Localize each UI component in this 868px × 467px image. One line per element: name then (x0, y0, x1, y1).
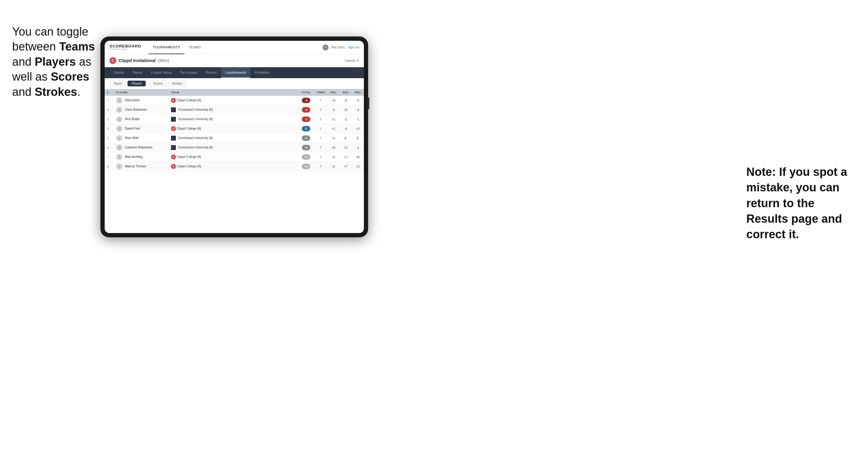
team-logo-c: C (171, 98, 176, 103)
col-rd1: RD1 (328, 89, 340, 96)
player-avatar (116, 107, 122, 113)
tab-teams[interactable]: Teams (128, 67, 147, 78)
svg-point-2 (119, 108, 120, 110)
logo-subtitle: Powered by clippd (110, 48, 141, 51)
players-bold: Players (35, 55, 76, 68)
team-name: Clippd College [A] (177, 155, 201, 158)
cell-rd1: +2 (328, 152, 340, 162)
score-badge: +1 (302, 135, 310, 141)
cell-player: Chris Robertson (114, 105, 168, 115)
player-name: Chris Robertson (125, 108, 147, 111)
player-avatar (116, 154, 122, 160)
col-player: PLAYER (114, 89, 168, 96)
player-name: David Ford (125, 127, 140, 130)
sign-out-link[interactable]: Sign out (348, 45, 359, 49)
cell-player: David Ford (114, 124, 168, 133)
tab-details[interactable]: Details (110, 67, 128, 78)
svg-point-4 (119, 127, 120, 129)
cell-rd2: -6 (340, 96, 352, 105)
nav-tournaments[interactable]: TOURNAMENTS (149, 41, 184, 54)
left-annotation: You can toggle between Teams and Players… (12, 24, 97, 99)
cell-rd3: -1 (352, 143, 364, 152)
score-badge: +8 (302, 154, 310, 160)
cell-thru: F (315, 115, 328, 124)
leaderboard-table-container: # PLAYER TEAM TOTAL THRU RD1 RD2 RD3 1 E (105, 89, 364, 233)
player-name: Rees Britt (125, 136, 138, 139)
player-avatar (116, 145, 122, 151)
player-avatar (116, 116, 122, 122)
score-badge: -4 (302, 107, 310, 113)
cell-team: Scoreboard University [A] (168, 143, 298, 152)
scores-bold: Scores (51, 70, 89, 83)
app-logo: SCOREBOARD (110, 44, 141, 48)
cell-rank: 4 (105, 124, 114, 133)
tournament-logo: C (110, 57, 116, 64)
team-logo-c: C (171, 155, 176, 159)
team-name: Clippd College [A] (177, 99, 201, 102)
svg-point-7 (119, 155, 120, 157)
cell-player: Cameron Robertson (114, 143, 168, 152)
player-name: Rich Butler (125, 118, 140, 121)
toggle-players-button[interactable]: Players (127, 81, 146, 86)
team-logo-sb (171, 136, 176, 141)
player-avatar (116, 135, 122, 141)
cell-rd3: -1 (352, 115, 364, 124)
toggle-strokes-button[interactable]: Strokes (168, 81, 186, 86)
tab-tee-groups[interactable]: Tee Groups (176, 67, 202, 78)
close-icon: ✕ (356, 59, 359, 63)
cell-rd1: +3 (328, 96, 340, 105)
nav-teams[interactable]: TEAMS (184, 41, 205, 54)
tablet-device: SCOREBOARD Powered by clippd TOURNAMENTS… (100, 36, 368, 237)
table-row: 1 Elliot Ebert C Clippd College [A] -8 F… (105, 96, 364, 105)
cell-rd1: +2 (328, 162, 340, 171)
svg-point-6 (119, 146, 120, 148)
tab-results[interactable]: Results (202, 67, 221, 78)
cell-total: -8 (298, 96, 315, 105)
tournament-title-area: C Clippd Invitational (Men) (110, 57, 169, 64)
cell-player: Blair McHarg (114, 152, 168, 162)
cell-player: Rich Butler (114, 115, 168, 124)
cell-rd2: -4 (340, 124, 352, 133)
cell-rd3: -4 (352, 105, 364, 115)
tournament-header: C Clippd Invitational (Men) Cancel ✕ (105, 54, 364, 67)
tournament-gender: (Men) (158, 58, 169, 63)
table-row: 2 Chris Robertson Scoreboard University … (105, 105, 364, 115)
top-navigation: SCOREBOARD Powered by clippd TOURNAMENTS… (105, 41, 364, 54)
cell-thru: F (315, 124, 328, 133)
col-team: TEAM (168, 89, 298, 96)
cell-rd1: +1 (328, 133, 340, 143)
toggle-scores-button[interactable]: Scores (149, 81, 167, 86)
player-avatar (116, 97, 122, 103)
cell-rd1: +1 (328, 115, 340, 124)
col-total: TOTAL (298, 89, 315, 96)
cell-rd3: -5 (352, 96, 364, 105)
cell-thru: F (315, 152, 328, 162)
score-badge: +11 (302, 164, 310, 169)
col-rd3: RD3 (352, 89, 364, 96)
cancel-button[interactable]: Cancel ✕ (345, 59, 359, 63)
svg-point-5 (119, 136, 120, 138)
cell-team: C Clippd College [A] (168, 96, 298, 105)
table-row: 5 Rees Britt Scoreboard University [A] +… (105, 133, 364, 143)
team-name: Scoreboard University [A] (178, 146, 213, 149)
cell-total: +11 (298, 162, 315, 171)
cell-team: C Clippd College [A] (168, 162, 298, 171)
tab-leaderboards[interactable]: Leaderboards (221, 67, 250, 78)
cell-rd1: +5 (328, 143, 340, 152)
table-row: 7 Blair McHarg C Clippd College [A] +8 F… (105, 152, 364, 162)
player-name: Marcus Turners (125, 164, 146, 168)
cell-team: Scoreboard University [A] (168, 105, 298, 115)
tab-printables[interactable]: Printables (250, 67, 274, 78)
cell-team: C Clippd College [A] (168, 152, 298, 162)
cell-rd3: +3 (352, 124, 364, 133)
tournament-name: Clippd Invitational (119, 58, 155, 63)
cell-rank: 2 (105, 105, 114, 115)
col-rank: # (105, 89, 114, 96)
cell-rd1: +1 (328, 124, 340, 133)
toggle-teams-button[interactable]: Teams (110, 81, 126, 86)
table-row: 4 David Ford C Clippd College [A] E F +1… (105, 124, 364, 133)
table-header-row: # PLAYER TEAM TOTAL THRU RD1 RD2 RD3 (105, 89, 364, 96)
right-annotation: Note: If you spot a mistake, you can ret… (746, 164, 856, 242)
cell-total: E (298, 124, 315, 133)
tab-course-setup[interactable]: Course Setup (147, 67, 176, 78)
